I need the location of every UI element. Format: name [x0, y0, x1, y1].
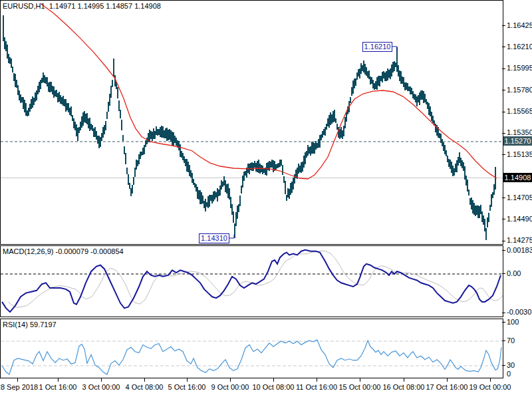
time-axis-tick [101, 378, 102, 382]
time-axis-tick [317, 378, 317, 382]
macd-axis-tick [502, 273, 505, 274]
low-price-annotation[interactable]: 1.14310 [199, 233, 229, 243]
rsi-title: RSI(14) 59.7197 [3, 321, 57, 329]
price-axis-label: 1.16425 [507, 21, 532, 30]
price-axis-tick [502, 241, 505, 241]
time-axis-tick [273, 378, 274, 382]
macd-axis-label: 0.001831 [507, 246, 532, 255]
time-axis-label: 1 Oct 16:00 [39, 383, 77, 391]
macd-axis-tick [502, 313, 505, 313]
macd-canvas[interactable] [1, 246, 503, 317]
macd-indicator-panel[interactable]: MACD(12,26,9) -0.000079 -0.000854 [0, 245, 503, 317]
price-axis-label: 1.16210 [507, 43, 532, 51]
price-axis-tick [502, 198, 505, 198]
current-price-flag: 1.14908 [503, 173, 532, 182]
macd-title: MACD(12,26,9) -0.000079 -0.000854 [3, 247, 124, 255]
price-axis-tick [502, 133, 505, 134]
time-axis-label: 5 Oct 16:00 [168, 383, 206, 391]
time-axis-label: 9 Oct 00:00 [211, 383, 249, 391]
price-axis-tick [502, 68, 505, 69]
rsi-axis-label: 0 [507, 370, 511, 378]
price-axis-tick [502, 112, 505, 112]
rsi-axis-label: 30 [507, 361, 515, 370]
price-axis-tick [502, 25, 505, 26]
main-chart-panel[interactable]: EURUSD,H1 1.14971 1.14995 1.14857 1.1490… [0, 0, 503, 245]
rsi-axis-label: 100 [507, 318, 519, 327]
price-axis-tick [502, 154, 505, 155]
price-chart-canvas[interactable] [1, 1, 503, 244]
high-price-annotation[interactable]: 1.16210 [362, 42, 392, 52]
time-axis-label: 17 Oct 16:00 [426, 383, 468, 391]
time-axis-tick [17, 378, 18, 382]
time-axis-label: 10 Oct 08:00 [253, 383, 295, 391]
rsi-axis-tick [502, 340, 505, 341]
price-axis-tick [502, 90, 505, 90]
alert-price-flag: 1.15270 [503, 136, 532, 146]
time-axis-tick [360, 378, 360, 382]
price-axis-label: 1.15995 [507, 64, 532, 72]
rsi-axis-tick [502, 365, 505, 366]
price-axis-tick [502, 219, 505, 219]
macd-axis-label: 0.00 [507, 269, 521, 278]
time-axis-label: 19 Oct 00:00 [469, 383, 511, 391]
rsi-indicator-panel[interactable]: RSI(14) 59.7197 [0, 319, 503, 378]
price-axis-label: 1.14275 [507, 236, 532, 245]
chart-title: EURUSD,H1 1.14971 1.14995 1.14857 1.1490… [3, 2, 161, 10]
time-axis-tick [404, 378, 404, 382]
time-axis-label: 16 Oct 08:00 [383, 383, 425, 391]
time-axis-label: 3 Oct 00:00 [82, 383, 120, 391]
rsi-axis-label: 70 [507, 336, 515, 345]
price-axis-label: 1.15135 [507, 150, 532, 159]
macd-axis-label: -0.003076 [507, 308, 532, 317]
time-axis-label: 15 Oct 00:00 [339, 383, 381, 391]
time-axis-label: 28 Sep 2018 [0, 383, 38, 391]
time-axis-tick [230, 378, 231, 382]
time-axis-tick [58, 378, 59, 382]
macd-axis-tick [502, 250, 505, 251]
time-axis-tick [187, 378, 188, 382]
time-axis-label: 11 Oct 16:00 [296, 383, 337, 391]
time-axis-label: 4 Oct 08:00 [126, 383, 164, 391]
chart-window: EURUSD,H1 1.14971 1.14995 1.14857 1.1490… [0, 0, 532, 399]
price-axis-label: 1.14705 [507, 194, 532, 202]
price-axis-tick [502, 47, 505, 47]
time-axis-tick [447, 378, 448, 382]
price-axis-label: 1.15565 [507, 107, 532, 116]
price-axis-label: 1.14490 [507, 215, 532, 223]
rsi-axis-tick [502, 322, 505, 323]
time-axis-tick [144, 378, 145, 382]
time-axis-tick [490, 378, 491, 382]
rsi-canvas[interactable] [1, 319, 503, 378]
price-axis-label: 1.15780 [507, 86, 532, 94]
